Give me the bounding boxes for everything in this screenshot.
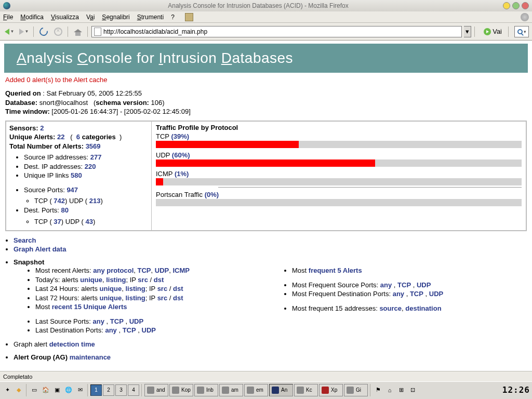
unique-ip-link[interactable]: 580: [71, 171, 82, 179]
tray-icon[interactable]: ⚑: [373, 385, 383, 395]
desktop-3-button[interactable]: 3: [115, 384, 127, 396]
ag-maintenance-link[interactable]: maintenance: [70, 353, 111, 361]
task-button[interactable]: Xp: [319, 384, 343, 396]
tray-icon[interactable]: ⌂: [384, 385, 395, 395]
desktop-4-button[interactable]: 4: [128, 384, 139, 396]
recent-udp-link[interactable]: UDP: [155, 267, 169, 274]
total-alerts-link[interactable]: 3569: [86, 142, 101, 150]
dst-ports-link[interactable]: 80: [61, 206, 69, 214]
ldst-udp-link[interactable]: UDP: [142, 326, 156, 334]
recent-icmp-link[interactable]: ICMP: [172, 267, 190, 274]
forward-button[interactable]: ▼: [18, 25, 30, 38]
detection-time-link[interactable]: detection time: [49, 340, 95, 348]
ldst-tcp-link[interactable]: TCP: [123, 326, 136, 334]
icmp-pct-link[interactable]: (1%): [175, 170, 189, 178]
task-button[interactable]: am: [219, 384, 243, 396]
faddr-dst-link[interactable]: destination: [405, 304, 441, 312]
url-input[interactable]: [103, 28, 459, 35]
menu-bookmarks[interactable]: Segnalibri: [102, 14, 129, 21]
mail-icon[interactable]: ✉: [75, 385, 85, 395]
throbber-icon: [521, 13, 529, 21]
task-button[interactable]: An: [269, 384, 293, 396]
home-button[interactable]: [72, 25, 84, 38]
fdst-any-link[interactable]: any: [393, 290, 404, 298]
url-bar[interactable]: [91, 26, 462, 37]
toolbar-icon[interactable]: [185, 13, 193, 21]
freq5-link[interactable]: frequent 5 Alerts: [309, 267, 362, 274]
show-desktop-icon[interactable]: ▭: [29, 385, 39, 395]
categories-link[interactable]: 6: [76, 133, 80, 141]
menu-view[interactable]: Visualizza: [51, 14, 79, 21]
task-button[interactable]: em: [244, 384, 268, 396]
terminal-icon[interactable]: ▣: [52, 385, 62, 395]
fsrc-tcp-link[interactable]: TCP: [397, 281, 411, 289]
search-box[interactable]: ▾: [514, 26, 529, 37]
close-button[interactable]: [522, 2, 529, 9]
l72-src-link[interactable]: src: [157, 294, 168, 302]
desktop-2-button[interactable]: 2: [103, 384, 114, 396]
url-dropdown-button[interactable]: ▾: [464, 26, 471, 37]
today-dst-link[interactable]: dst: [154, 276, 164, 284]
minimize-button[interactable]: [503, 2, 510, 9]
start-icon[interactable]: ✦: [2, 385, 12, 395]
src-tcp-link[interactable]: 742: [54, 197, 65, 205]
l72-dst-link[interactable]: dst: [173, 294, 183, 302]
l24-listing-link[interactable]: listing: [125, 285, 145, 292]
faddr-src-link[interactable]: source: [379, 304, 402, 312]
menu-edit[interactable]: Modifica: [20, 14, 44, 21]
dst-udp-link[interactable]: 43: [86, 218, 93, 225]
stop-button[interactable]: [52, 25, 64, 38]
src-ports-link[interactable]: 947: [66, 186, 78, 194]
dst-tcp-link[interactable]: 37: [54, 218, 61, 225]
task-button[interactable]: and: [144, 384, 168, 396]
today-src-link[interactable]: src: [138, 276, 148, 284]
lsrc-any-link[interactable]: any: [93, 317, 104, 325]
menu-help[interactable]: ?: [171, 14, 175, 21]
menu-tools[interactable]: Strumenti: [137, 14, 164, 21]
unique-alerts-link[interactable]: 22: [57, 133, 64, 141]
src-udp-link[interactable]: 213: [89, 197, 101, 205]
browser-icon[interactable]: 🌐: [63, 385, 74, 395]
fsrc-any-link[interactable]: any: [380, 281, 392, 289]
task-button[interactable]: Inb: [194, 384, 218, 396]
search-link[interactable]: Search: [14, 236, 36, 244]
go-button[interactable]: Vai: [481, 26, 505, 37]
reload-button[interactable]: [37, 25, 50, 38]
l72-listing-link[interactable]: listing: [125, 294, 145, 302]
menu-file[interactable]: File: [3, 14, 13, 21]
home-icon[interactable]: 🏠: [41, 385, 51, 395]
fsrc-udp-link[interactable]: UDP: [417, 281, 431, 289]
task-button[interactable]: Kop: [169, 384, 193, 396]
l24-src-link[interactable]: src: [157, 285, 168, 292]
maximize-button[interactable]: [512, 2, 520, 9]
l72-unique-link[interactable]: unique: [100, 294, 122, 302]
task-button[interactable]: Kc: [294, 384, 318, 396]
menu-go[interactable]: Vai: [86, 14, 95, 21]
tcp-pct-link[interactable]: (39%): [171, 132, 189, 140]
lsrc-udp-link[interactable]: UDP: [129, 317, 143, 325]
lsrc-tcp-link[interactable]: TCP: [110, 317, 124, 325]
tray-icon[interactable]: ⊡: [407, 385, 418, 395]
udp-pct-link[interactable]: (60%): [172, 151, 190, 159]
graph-alert-link[interactable]: Graph Alert data: [14, 245, 66, 253]
ldst-any-link[interactable]: any: [105, 326, 116, 334]
l24-dst-link[interactable]: dst: [173, 285, 183, 292]
today-listing-link[interactable]: listing: [106, 276, 126, 284]
sensors-link[interactable]: 2: [40, 124, 44, 132]
recent15-link[interactable]: recent 15 Unique Alerts: [52, 303, 127, 311]
dst-ip-link[interactable]: 220: [85, 163, 96, 170]
launcher-icon[interactable]: ◆: [14, 385, 24, 395]
back-button[interactable]: ▼: [3, 25, 16, 38]
fdst-udp-link[interactable]: UDP: [429, 290, 443, 298]
tray-icon[interactable]: ⊞: [396, 385, 406, 395]
task-button[interactable]: Gi: [344, 384, 368, 396]
portscan-pct-link[interactable]: (0%): [205, 191, 219, 198]
desktop-1-button[interactable]: 1: [90, 384, 102, 396]
fdst-tcp-link[interactable]: TCP: [410, 290, 423, 298]
recent-tcp-link[interactable]: TCP: [138, 267, 151, 274]
src-ip-link[interactable]: 277: [90, 153, 102, 161]
list-item: Most frequent 5 Alerts: [292, 266, 527, 275]
today-unique-link[interactable]: unique: [80, 276, 102, 284]
recent-any-link[interactable]: any protocol: [93, 267, 134, 274]
l24-unique-link[interactable]: unique: [100, 285, 122, 292]
